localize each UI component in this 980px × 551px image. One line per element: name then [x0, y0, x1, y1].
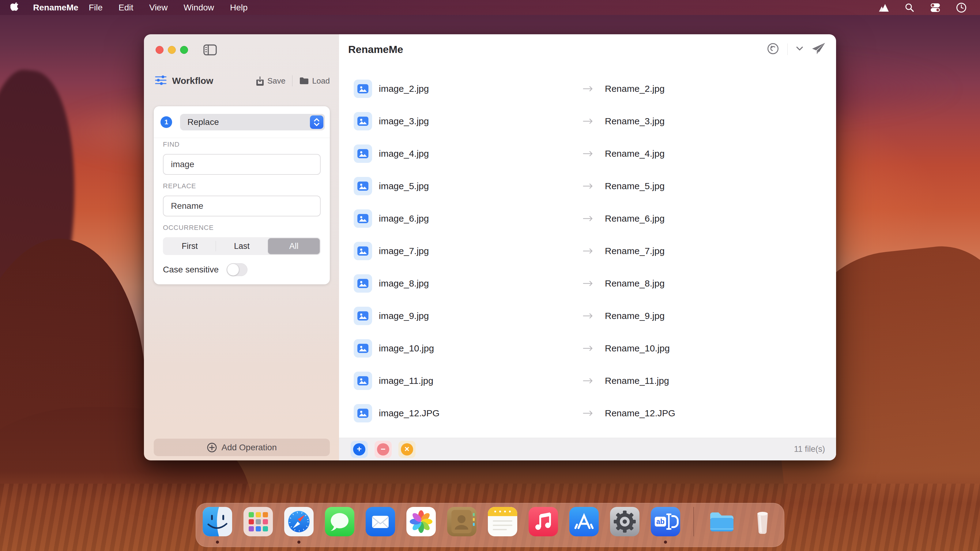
plus-circle-icon [207, 442, 217, 453]
dock-finder-icon[interactable] [203, 507, 232, 536]
original-filename: image_2.jpg [379, 73, 429, 105]
operation-index-badge: 1 [161, 116, 172, 128]
renamed-filename: Rename_8.jpg [605, 267, 665, 300]
dock-folder-icon[interactable] [707, 507, 737, 536]
file-row[interactable]: image_7.jpg Rename_7.jpg [354, 235, 830, 267]
zoom-window-button[interactable] [180, 46, 188, 54]
search-icon[interactable] [905, 3, 915, 13]
file-row[interactable]: image_9.jpg Rename_9.jpg [354, 300, 830, 332]
add-files-button[interactable]: + [351, 441, 368, 458]
dock-renameme-icon[interactable]: ab [651, 507, 680, 536]
image-file-icon [354, 210, 372, 228]
occurrence-option-last[interactable]: Last [216, 238, 268, 254]
dock-music-icon[interactable] [528, 507, 558, 536]
control-center-icon[interactable] [930, 3, 941, 13]
save-workflow-button[interactable]: Save [256, 76, 285, 86]
dock-messages-icon[interactable] [325, 507, 354, 536]
menu-edit[interactable]: Edit [119, 3, 133, 13]
file-row[interactable]: image_2.jpg Rename_2.jpg [354, 73, 830, 105]
sliders-icon [155, 75, 167, 86]
original-filename: image_5.jpg [379, 170, 429, 202]
dock-trash-icon[interactable] [748, 507, 777, 536]
occurrence-option-all[interactable]: All [268, 238, 320, 254]
image-file-icon [354, 144, 372, 163]
minus-icon: − [377, 443, 389, 456]
arrow-right-icon [583, 170, 593, 202]
arrow-right-icon [583, 235, 593, 267]
file-row[interactable]: image_3.jpg Rename_3.jpg [354, 105, 830, 137]
original-filename: image_7.jpg [379, 235, 429, 267]
add-operation-button[interactable]: Add Operation [154, 439, 330, 456]
dock-settings-icon[interactable] [610, 507, 640, 536]
toggle-sidebar-icon[interactable] [204, 44, 217, 56]
renamed-filename: Rename_2.jpg [605, 73, 665, 105]
menu-window[interactable]: Window [183, 3, 214, 13]
dock-appstore-icon[interactable] [569, 507, 599, 536]
arrow-right-icon [583, 300, 593, 332]
find-input[interactable] [163, 154, 321, 175]
renamed-filename: Rename_7.jpg [605, 235, 665, 267]
original-filename: image_11.jpg [379, 365, 433, 397]
chevron-down-icon[interactable] [795, 46, 803, 53]
menu-view[interactable]: View [149, 3, 167, 13]
file-row[interactable]: image_8.jpg Rename_8.jpg [354, 267, 830, 300]
renamed-filename: Rename_4.jpg [605, 137, 665, 170]
renamed-filename: Rename_10.jpg [605, 332, 670, 365]
occurrence-option-first[interactable]: First [164, 238, 216, 254]
image-file-icon [354, 339, 372, 357]
apple-logo-icon[interactable] [10, 2, 20, 13]
running-indicator [298, 541, 301, 544]
menu-status-icons [878, 2, 970, 13]
file-preview-pane: RenameMe image_2.jpg Rename_2.jpg image_… [339, 34, 836, 460]
occurrence-label: OCCURRENCE [163, 224, 214, 232]
dock-mail-icon[interactable] [366, 507, 395, 536]
arrow-right-icon [583, 332, 593, 365]
dock-contacts-icon[interactable] [447, 507, 477, 536]
menu-app-name[interactable]: RenameMe [33, 3, 78, 13]
menu-help[interactable]: Help [230, 3, 248, 13]
remove-file-button[interactable]: − [375, 441, 392, 458]
load-workflow-button[interactable]: Load [299, 76, 330, 86]
dock-divider [694, 507, 694, 536]
original-filename: image_9.jpg [379, 300, 429, 332]
arrow-right-icon [583, 202, 593, 235]
undo-icon[interactable] [767, 42, 780, 56]
renamed-filename: Rename_9.jpg [605, 300, 665, 332]
menu-file[interactable]: File [89, 3, 103, 13]
folder-icon [299, 76, 309, 85]
menu-bar: RenameMe FileEditViewWindowHelp [0, 0, 980, 15]
clock-icon[interactable] [956, 2, 967, 13]
file-list-footer: + − × 11 file(s) [339, 438, 836, 460]
dock-photos-icon[interactable] [406, 507, 436, 536]
dock-safari-icon[interactable] [284, 507, 313, 536]
file-row[interactable]: image_12.JPG Rename_12.JPG [354, 397, 830, 429]
clear-files-button[interactable]: × [398, 441, 415, 458]
file-row[interactable]: image_5.jpg Rename_5.jpg [354, 170, 830, 202]
file-row[interactable]: image_11.jpg Rename_11.jpg [354, 365, 830, 397]
send-icon[interactable] [811, 42, 826, 56]
file-row[interactable]: image_4.jpg Rename_4.jpg [354, 137, 830, 170]
file-count-status: 11 file(s) [794, 445, 825, 454]
file-row[interactable]: image_10.jpg Rename_10.jpg [354, 332, 830, 365]
case-sensitive-label: Case sensitive [163, 265, 219, 275]
case-sensitive-toggle[interactable] [227, 263, 247, 276]
mountains-icon[interactable] [878, 3, 889, 13]
renamed-filename: Rename_12.JPG [605, 397, 675, 429]
image-file-icon [354, 307, 372, 325]
dock-notes-icon[interactable] [488, 507, 517, 536]
renamed-filename: Rename_5.jpg [605, 170, 665, 202]
page-title: RenameMe [348, 43, 403, 56]
workflow-sidebar: Workflow Save Load 1 Replace [144, 34, 339, 460]
file-row[interactable]: image_6.jpg Rename_6.jpg [354, 202, 830, 235]
svg-text:ab: ab [656, 518, 665, 526]
popup-chevrons-icon [310, 115, 323, 129]
dock-launchpad-icon[interactable] [243, 507, 273, 536]
close-window-button[interactable] [156, 46, 164, 54]
file-list: image_2.jpg Rename_2.jpg image_3.jpg Ren… [354, 73, 830, 429]
minimize-window-button[interactable] [168, 46, 176, 54]
operation-type-select[interactable]: Replace [180, 114, 325, 130]
replace-input[interactable] [163, 195, 321, 216]
running-indicator [216, 541, 219, 544]
image-file-icon [354, 404, 372, 422]
window-controls [156, 46, 188, 54]
